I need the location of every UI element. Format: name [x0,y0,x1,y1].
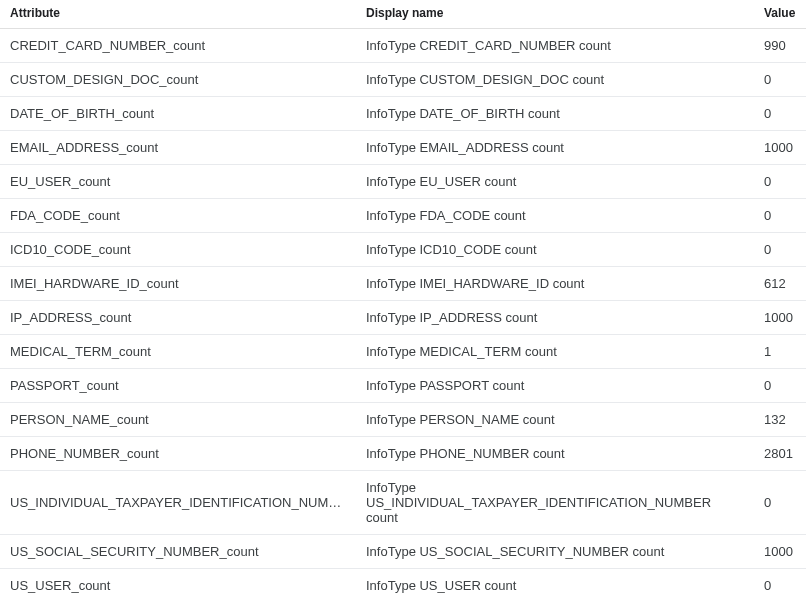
cell-attribute: PHONE_NUMBER_count [0,437,356,471]
table-row[interactable]: US_SOCIAL_SECURITY_NUMBER_countInfoType … [0,535,806,569]
cell-value: 132 [754,403,806,437]
cell-attribute: IMEI_HARDWARE_ID_count [0,267,356,301]
table-header-row: Attribute Display name Value [0,0,806,29]
cell-attribute: IP_ADDRESS_count [0,301,356,335]
attributes-table: Attribute Display name Value CREDIT_CARD… [0,0,806,597]
cell-value: 0 [754,369,806,403]
table-row[interactable]: PERSON_NAME_countInfoType PERSON_NAME co… [0,403,806,437]
cell-value: 0 [754,165,806,199]
cell-value: 2801 [754,437,806,471]
cell-display-name: InfoType MEDICAL_TERM count [356,335,754,369]
cell-display-name: InfoType FDA_CODE count [356,199,754,233]
cell-display-name: InfoType IMEI_HARDWARE_ID count [356,267,754,301]
cell-display-name: InfoType US_USER count [356,569,754,598]
cell-attribute: CREDIT_CARD_NUMBER_count [0,29,356,63]
header-attribute[interactable]: Attribute [0,0,356,29]
cell-value: 990 [754,29,806,63]
cell-value: 0 [754,199,806,233]
cell-attribute: US_USER_count [0,569,356,598]
table-row[interactable]: EMAIL_ADDRESS_countInfoType EMAIL_ADDRES… [0,131,806,165]
cell-attribute: FDA_CODE_count [0,199,356,233]
cell-display-name: InfoType PERSON_NAME count [356,403,754,437]
cell-attribute: US_INDIVIDUAL_TAXPAYER_IDENTIFICATION_NU… [0,471,356,535]
header-value[interactable]: Value [754,0,806,29]
cell-value: 1 [754,335,806,369]
table-row[interactable]: ICD10_CODE_countInfoType ICD10_CODE coun… [0,233,806,267]
table-row[interactable]: MEDICAL_TERM_countInfoType MEDICAL_TERM … [0,335,806,369]
cell-display-name: InfoType IP_ADDRESS count [356,301,754,335]
cell-attribute: EMAIL_ADDRESS_count [0,131,356,165]
cell-display-name: InfoType DATE_OF_BIRTH count [356,97,754,131]
cell-attribute: MEDICAL_TERM_count [0,335,356,369]
cell-value: 1000 [754,301,806,335]
cell-value: 0 [754,233,806,267]
table-body: CREDIT_CARD_NUMBER_countInfoType CREDIT_… [0,29,806,598]
cell-display-name: InfoType US_SOCIAL_SECURITY_NUMBER count [356,535,754,569]
cell-display-name: InfoType US_INDIVIDUAL_TAXPAYER_IDENTIFI… [356,471,754,535]
cell-attribute: CUSTOM_DESIGN_DOC_count [0,63,356,97]
cell-attribute: EU_USER_count [0,165,356,199]
cell-attribute: US_SOCIAL_SECURITY_NUMBER_count [0,535,356,569]
cell-display-name: InfoType PHONE_NUMBER count [356,437,754,471]
cell-display-name: InfoType CREDIT_CARD_NUMBER count [356,29,754,63]
cell-display-name: InfoType PASSPORT count [356,369,754,403]
table-row[interactable]: EU_USER_countInfoType EU_USER count0 [0,165,806,199]
cell-attribute: ICD10_CODE_count [0,233,356,267]
cell-value: 1000 [754,535,806,569]
table-row[interactable]: FDA_CODE_countInfoType FDA_CODE count0 [0,199,806,233]
table-row[interactable]: IP_ADDRESS_countInfoType IP_ADDRESS coun… [0,301,806,335]
table-row[interactable]: US_USER_countInfoType US_USER count0 [0,569,806,598]
header-display-name[interactable]: Display name [356,0,754,29]
table-row[interactable]: CREDIT_CARD_NUMBER_countInfoType CREDIT_… [0,29,806,63]
cell-value: 0 [754,63,806,97]
table-row[interactable]: CUSTOM_DESIGN_DOC_countInfoType CUSTOM_D… [0,63,806,97]
cell-display-name: InfoType ICD10_CODE count [356,233,754,267]
cell-attribute: PASSPORT_count [0,369,356,403]
table-row[interactable]: IMEI_HARDWARE_ID_countInfoType IMEI_HARD… [0,267,806,301]
table-row[interactable]: PASSPORT_countInfoType PASSPORT count0 [0,369,806,403]
cell-value: 0 [754,97,806,131]
cell-value: 1000 [754,131,806,165]
table-row[interactable]: DATE_OF_BIRTH_countInfoType DATE_OF_BIRT… [0,97,806,131]
cell-value: 0 [754,471,806,535]
cell-attribute: DATE_OF_BIRTH_count [0,97,356,131]
table-row[interactable]: US_INDIVIDUAL_TAXPAYER_IDENTIFICATION_NU… [0,471,806,535]
cell-display-name: InfoType EU_USER count [356,165,754,199]
cell-display-name: InfoType EMAIL_ADDRESS count [356,131,754,165]
cell-value: 0 [754,569,806,598]
table-row[interactable]: PHONE_NUMBER_countInfoType PHONE_NUMBER … [0,437,806,471]
cell-value: 612 [754,267,806,301]
cell-attribute: PERSON_NAME_count [0,403,356,437]
cell-display-name: InfoType CUSTOM_DESIGN_DOC count [356,63,754,97]
